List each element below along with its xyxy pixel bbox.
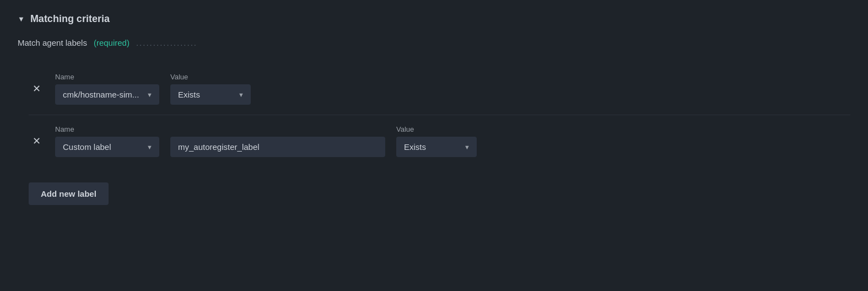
match-agent-labels-row: Match agent labels (required) ..........…	[18, 38, 850, 47]
section-header: ▼ Matching criteria	[18, 13, 850, 25]
name-field-group-1: Name cmk/hostname-sim... Custom label	[55, 73, 159, 105]
value-select-wrapper-2: Exists Does not exist	[396, 137, 477, 157]
value-field-group-2: Value Exists Does not exist	[396, 125, 477, 157]
value-select-wrapper-1: Exists Does not exist	[170, 84, 251, 105]
name-label-2: Name	[55, 125, 159, 133]
value-select-1[interactable]: Exists Does not exist	[170, 84, 251, 105]
custom-label-text-input[interactable]	[170, 137, 385, 157]
value-field-group-1: Value Exists Does not exist	[170, 73, 251, 105]
name-field-group-2: Name cmk/hostname-sim... Custom label	[55, 125, 159, 157]
add-new-label-button[interactable]: Add new label	[29, 182, 109, 205]
name-label-1: Name	[55, 73, 159, 81]
delete-row-2-button[interactable]: ✕	[29, 133, 44, 149]
criteria-row: ✕ Name cmk/hostname-sim... Custom label …	[29, 63, 850, 115]
value-label-1: Value	[170, 73, 251, 81]
value-label-2: Value	[396, 125, 477, 133]
match-agent-label-text: Match agent labels	[18, 38, 87, 47]
name-select-1[interactable]: cmk/hostname-sim... Custom label	[55, 84, 159, 105]
matching-criteria-section: ▼ Matching criteria Match agent labels (…	[0, 0, 868, 218]
criteria-rows: ✕ Name cmk/hostname-sim... Custom label …	[29, 63, 850, 167]
name-select-wrapper-1: cmk/hostname-sim... Custom label	[55, 84, 159, 105]
required-badge: (required)	[94, 38, 130, 47]
collapse-arrow-icon[interactable]: ▼	[18, 15, 25, 23]
add-button-row: Add new label	[29, 182, 850, 205]
dots-separator: ..................	[136, 38, 197, 47]
section-title: Matching criteria	[30, 13, 110, 25]
delete-row-1-button[interactable]: ✕	[29, 81, 44, 96]
value-select-2[interactable]: Exists Does not exist	[396, 137, 477, 157]
name-select-wrapper-2: cmk/hostname-sim... Custom label	[55, 137, 159, 157]
custom-label-text-label	[170, 125, 385, 133]
custom-label-text-field-group	[170, 125, 385, 157]
name-select-2[interactable]: cmk/hostname-sim... Custom label	[55, 137, 159, 157]
criteria-row: ✕ Name cmk/hostname-sim... Custom label …	[29, 115, 850, 167]
